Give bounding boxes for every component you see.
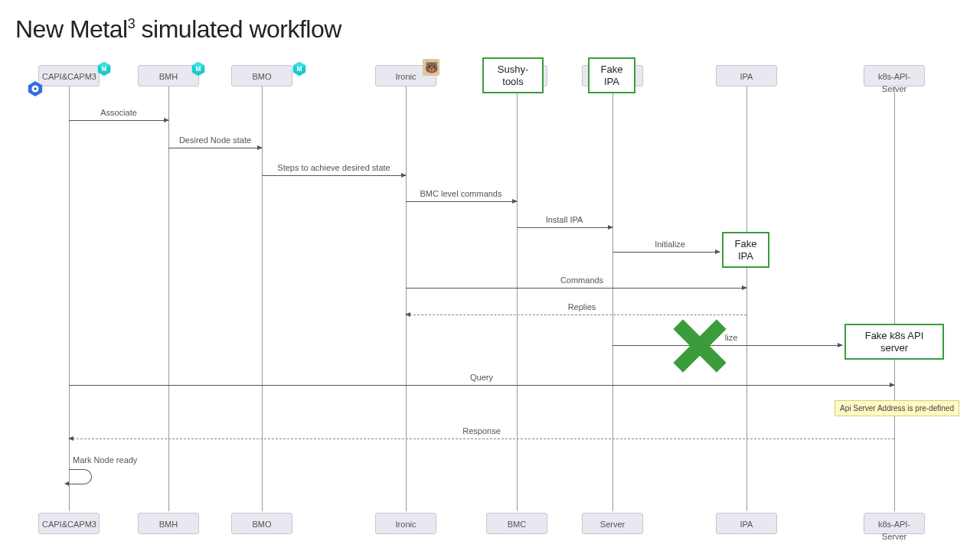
lifeline xyxy=(168,86,169,511)
arrow xyxy=(517,227,612,228)
participant-bmh-bottom: BMH xyxy=(138,513,199,534)
svg-point-2 xyxy=(34,87,37,90)
msg-label: BMC level commands xyxy=(420,189,502,198)
msg-label: Associate xyxy=(100,108,137,117)
participant-capi: CAPI&CAPM3 xyxy=(38,65,100,86)
lifeline xyxy=(69,86,70,511)
cube-icon: M xyxy=(291,60,308,77)
msg-label: Desired Node state xyxy=(179,135,251,145)
overlay-sushy: Sushy- tools xyxy=(482,57,544,93)
participant-bmo-bottom: BMO xyxy=(231,513,292,534)
svg-text:M: M xyxy=(196,66,201,73)
arrow-reply xyxy=(69,439,894,439)
arrow xyxy=(406,288,746,289)
overlay-fakek8s: Fake k8s API server xyxy=(844,324,944,360)
msg-label: Commands xyxy=(560,276,603,285)
msg-label: Steps to achieve desired state xyxy=(277,163,390,172)
overlay-fakeipa-top: Fake IPA xyxy=(588,57,635,93)
msg-label: lize xyxy=(725,333,738,342)
msg-label: Mark Node ready xyxy=(73,455,137,465)
msg-label: Replies xyxy=(568,302,596,311)
lifeline xyxy=(517,86,518,511)
arrow xyxy=(168,148,262,148)
participant-ipa-bottom: IPA xyxy=(716,513,777,534)
participant-ipa: IPA xyxy=(716,65,777,86)
svg-text:M: M xyxy=(297,66,302,73)
note: Api Server Address is pre-defined xyxy=(835,400,959,416)
cube-icon: M xyxy=(190,60,207,77)
svg-text:M: M xyxy=(102,66,107,73)
kubernetes-icon xyxy=(27,80,44,97)
bear-icon: 🐻 xyxy=(423,59,439,76)
title-text-before: New Metal xyxy=(15,15,128,43)
lifeline xyxy=(746,86,747,511)
msg-label: Install IPA xyxy=(546,215,583,224)
participant-bmo: BMO xyxy=(231,65,292,86)
participant-bmc-bottom: BMC xyxy=(486,513,547,534)
lifeline xyxy=(262,86,263,511)
arrow xyxy=(69,385,894,386)
participant-ironic-bottom: Ironic xyxy=(375,513,436,534)
self-loop xyxy=(69,469,92,484)
msg-label: Response xyxy=(462,426,501,435)
participant-k8s: k8s-API-Server xyxy=(864,65,925,86)
overlay-fakeipa-right: Fake IPA xyxy=(722,232,769,268)
title-sup: 3 xyxy=(128,16,136,31)
lifeline xyxy=(406,86,407,511)
participant-server-bottom: Server xyxy=(582,513,643,534)
arrow xyxy=(612,345,842,346)
arrow xyxy=(612,252,720,253)
participant-capi-bottom: CAPI&CAPM3 xyxy=(38,513,100,534)
arrow xyxy=(406,201,517,202)
msg-label: Query xyxy=(470,373,493,382)
cross-icon xyxy=(672,319,726,373)
msg-label: Initialize xyxy=(655,240,685,249)
arrow xyxy=(262,175,406,176)
arrow-reply xyxy=(406,315,746,315)
lifeline xyxy=(894,86,895,511)
lifeline xyxy=(612,86,613,511)
sequence-diagram: CAPI&CAPM3 BMH BMO Ironic BMC Server IPA… xyxy=(15,65,965,543)
arrow xyxy=(69,120,168,121)
cube-icon: M xyxy=(96,60,113,77)
page-title: New Metal3 simulated workflow xyxy=(15,15,341,44)
title-text-after: simulated workflow xyxy=(135,15,341,43)
participant-k8s-bottom: k8s-API-Server xyxy=(864,513,925,534)
